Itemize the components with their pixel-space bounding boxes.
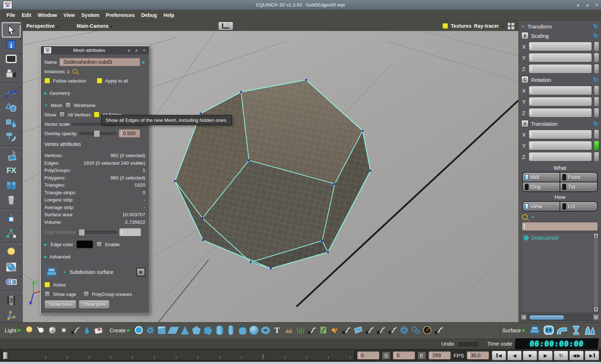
uv-paint-tool[interactable]: ▸: [3, 149, 20, 163]
apply-to-all-checkbox[interactable]: [97, 78, 102, 84]
transform-tool[interactable]: ▸: [3, 212, 20, 226]
scene-object-item[interactable]: Dodecahedr: [523, 235, 592, 241]
list-scrollbar[interactable]: ▲ ▼: [593, 233, 598, 312]
lcl-button[interactable]: Lcl: [560, 202, 597, 211]
scaling-z-input[interactable]: [529, 64, 592, 74]
mesh-section-label[interactable]: Mesh: [51, 103, 62, 108]
cable-tool-2[interactable]: [341, 324, 352, 337]
dialog-title-bar[interactable]: EQX3D Mesh attributes ∨ ∧ ×: [41, 46, 149, 54]
scroll-down-icon[interactable]: ▼: [593, 307, 598, 312]
textures-checkbox[interactable]: [442, 23, 448, 29]
rotation-x-input[interactable]: [529, 86, 592, 95]
scrubber-handle[interactable]: [3, 352, 8, 359]
cylinder-tool[interactable]: [214, 324, 225, 337]
rotation-y-input[interactable]: [529, 97, 592, 106]
advanced-section-label[interactable]: Advanced: [49, 254, 70, 259]
orig-button[interactable]: Orig: [523, 182, 560, 191]
menu-system[interactable]: System: [79, 11, 102, 19]
show-base-button[interactable]: Show base: [44, 300, 76, 309]
capsule-tool[interactable]: [225, 324, 237, 337]
primitives-tool[interactable]: ▸: [3, 115, 20, 129]
rotation-z-input[interactable]: [529, 108, 592, 117]
drop-light-tool[interactable]: [81, 324, 93, 337]
play-button[interactable]: ▶: [538, 351, 553, 360]
follow-selection-checkbox[interactable]: [44, 78, 50, 84]
menu-debug[interactable]: Debug: [138, 11, 160, 19]
scrollbar-thumb[interactable]: [529, 315, 564, 320]
subdivision-collapse-icon[interactable]: ▼: [63, 270, 66, 274]
mini-slider[interactable]: [594, 129, 599, 139]
mini-slider[interactable]: [594, 85, 599, 96]
curve-tool[interactable]: ▸: [3, 86, 20, 100]
name-input[interactable]: Dodecahedron-subd3: [59, 58, 140, 66]
torus-tool[interactable]: [260, 324, 271, 337]
plane-tool[interactable]: [168, 324, 179, 337]
translation-x-input[interactable]: [529, 130, 592, 139]
scaling-y-input[interactable]: [529, 53, 592, 62]
mini-slider[interactable]: [594, 41, 599, 52]
bulb-light-tool[interactable]: [24, 324, 35, 337]
environment-tool[interactable]: ▸: [3, 275, 20, 289]
boolean-tool[interactable]: ▸: [3, 178, 20, 192]
dialog-maximize-button[interactable]: ∧: [134, 48, 139, 53]
translation-z-input[interactable]: [529, 152, 592, 161]
polyhedron-tool[interactable]: [202, 324, 213, 337]
pipe-tool[interactable]: [556, 324, 569, 337]
subdivision-surface-tool[interactable]: [528, 324, 542, 337]
select-tool[interactable]: ▸: [3, 23, 20, 37]
play-backward-button[interactable]: ◀: [507, 351, 522, 360]
all-vertices-checkbox[interactable]: [59, 112, 65, 117]
mini-slider[interactable]: [594, 97, 599, 107]
sphere-light-tool[interactable]: [47, 324, 58, 337]
sphere-tool[interactable]: [248, 324, 260, 337]
hotkey-x-keycap[interactable]: X: [521, 32, 529, 39]
light-cable-tool[interactable]: [70, 324, 81, 337]
cable-tool-3[interactable]: [364, 324, 375, 337]
goblet-tool[interactable]: [569, 324, 583, 337]
material-tool[interactable]: ▸: [3, 260, 20, 274]
edge-color-enable-checkbox[interactable]: [96, 241, 102, 247]
refresh-icon[interactable]: ↻: [593, 32, 598, 40]
terrain-tool[interactable]: [283, 324, 294, 337]
create-group-label[interactable]: Create▶: [110, 327, 131, 333]
dodecahedron-tool[interactable]: [191, 324, 202, 337]
refresh-icon[interactable]: ↻: [593, 76, 598, 84]
subdivision-active-checkbox[interactable]: [44, 282, 50, 288]
spot-light-tool[interactable]: [35, 324, 47, 337]
mini-slider[interactable]: [594, 152, 599, 162]
advanced-expand-icon[interactable]: ▶: [44, 254, 47, 259]
delete-tool[interactable]: ▸: [3, 193, 20, 207]
hotkey-v-keycap[interactable]: V: [521, 120, 529, 127]
animation-tool[interactable]: 3▸: [3, 294, 20, 308]
undo-field[interactable]: [457, 341, 478, 346]
info-tool[interactable]: i▸: [3, 38, 20, 52]
gear-tool[interactable]: [145, 324, 156, 337]
overlay-opacity-slider[interactable]: [79, 130, 116, 137]
step-button[interactable]: ◀▶: [569, 351, 584, 360]
scroll-up-icon[interactable]: ▲: [593, 233, 598, 239]
revolve-tool[interactable]: ▸: [3, 130, 20, 144]
wireframe-checkbox[interactable]: [65, 102, 71, 108]
refresh-icon[interactable]: ↻: [593, 23, 598, 30]
particles-tool[interactable]: [329, 324, 340, 337]
transform-collapse-icon[interactable]: ▼: [521, 25, 525, 28]
mesh-collapse-icon[interactable]: ▼: [44, 103, 48, 107]
ivy-tool[interactable]: [318, 324, 329, 337]
edge-hardness-input[interactable]: [119, 228, 141, 236]
mini-slider[interactable]: [594, 108, 599, 118]
scaling-x-input[interactable]: [529, 42, 592, 51]
txt-button[interactable]: Txt: [560, 182, 597, 191]
view-mode-dropdown[interactable]: Perspective: [26, 23, 55, 29]
close-button[interactable]: ×: [595, 2, 598, 8]
camera-tool[interactable]: ▸: [3, 67, 20, 81]
hierarchy-tool[interactable]: ▸: [3, 227, 20, 240]
dialog-close-button[interactable]: ×: [141, 48, 147, 53]
scene-search-input[interactable]: [522, 222, 598, 231]
subdivision-section-label[interactable]: Subdivision surface: [70, 269, 113, 275]
filter-icon[interactable]: ▼: [531, 215, 535, 219]
skeleton-tool[interactable]: ▸: [3, 308, 20, 322]
tube-tool[interactable]: [237, 324, 248, 337]
grass-tool[interactable]: [295, 324, 306, 337]
menu-edit[interactable]: Edit: [19, 11, 34, 19]
cone-tool[interactable]: [179, 324, 190, 337]
